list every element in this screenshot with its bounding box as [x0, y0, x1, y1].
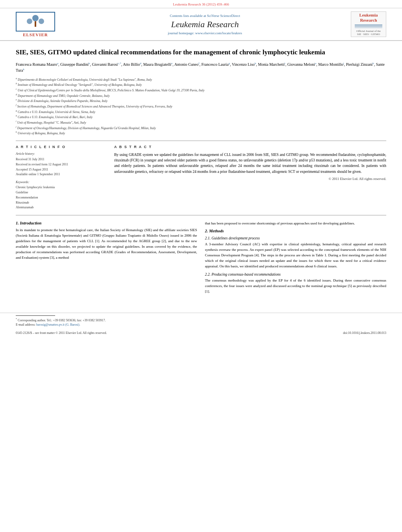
elsevier-logo: ELSEVIER	[12, 12, 59, 37]
elsevier-tree-icon	[24, 14, 47, 29]
keyword-5: Alemtuzumab	[16, 205, 106, 210]
email-label: E-mail address:	[16, 323, 35, 326]
body-right-col: that has been proposed to overcome short…	[205, 221, 387, 297]
section2-heading: 2. Methods	[205, 229, 387, 233]
footer: * Corresponding author. Tel.: +39 0382 5…	[0, 313, 402, 335]
authors: Francesca Romana Mauroa, Giuseppe Bandin…	[16, 61, 386, 74]
footnote-note: * Corresponding author. Tel.: +39 0382 5…	[16, 317, 386, 328]
citation-text: Leukemia Research 36 (2012) 459–466	[173, 2, 229, 6]
subsection21-heading: 2.1. Guidelines development process	[205, 236, 387, 240]
journal-logo-right: LeukemiaResearch Official Journal of the…	[351, 11, 390, 37]
received-date: Received 31 July 2011	[16, 157, 106, 162]
journal-homepage-link[interactable]: www.elsevier.com/locate/leukres	[195, 31, 242, 35]
main-content: SIE, SIES, GITMO updated clinical recomm…	[0, 41, 402, 305]
history-label: Article history:	[16, 152, 106, 156]
section1-text: In its mandate to promote the best hemat…	[16, 228, 197, 261]
elsevier-box	[16, 12, 55, 32]
article-info-abstract: A R T I C L E I N F O Article history: R…	[16, 145, 386, 210]
journal-logo-box: LeukemiaResearch Official Journal of the…	[351, 11, 386, 37]
subsection22-text: The consensus methodology was applied by…	[205, 278, 387, 295]
doi-text: doi:10.1016/j.leukres.2011.08.013	[343, 331, 386, 335]
journal-logo-lines	[355, 24, 382, 29]
section1-cont: that has been proposed to overcome short…	[205, 221, 387, 226]
elsevier-logo-area: ELSEVIER	[12, 12, 59, 37]
sciverse-text: Contents lists available at SciVerse Sci…	[59, 14, 351, 18]
abstract-text: By using GRADE system we updated the gui…	[114, 152, 386, 174]
journal-title: Leukemia Research	[59, 19, 351, 30]
svg-point-1	[27, 19, 32, 24]
keyword-1: Chronic lymphocytic leukemia	[16, 185, 106, 190]
page: Leukemia Research 36 (2012) 459–466 ELSE…	[0, 0, 402, 532]
issn-text: 0145-2126/$ – see front matter © 2011 El…	[16, 331, 107, 335]
section1-heading: 1. Introduction	[16, 221, 197, 225]
article-info-col: A R T I C L E I N F O Article history: R…	[16, 145, 106, 210]
subsection22-heading: 2.2. Producing consensus-based recommend…	[205, 272, 387, 276]
footnote-line	[16, 315, 55, 316]
affiliations: a Dipartimento di Biotecnologie Cellular…	[16, 77, 386, 136]
keyword-2: Guideline	[16, 190, 106, 195]
copyright: © 2011 Elsevier Ltd. All rights reserved…	[114, 177, 386, 181]
bottom-bar: 0145-2126/$ – see front matter © 2011 El…	[16, 331, 386, 335]
received-revised-date: Received in revised form 12 August 2011	[16, 162, 106, 167]
svg-rect-3	[35, 21, 36, 27]
svg-point-0	[32, 15, 39, 21]
accepted-date: Accepted 15 August 2011	[16, 167, 106, 172]
journal-homepage: journal homepage: www.elsevier.com/locat…	[59, 31, 351, 35]
body-left-col: 1. Introduction In its mandate to promot…	[16, 221, 197, 297]
article-title: SIE, SIES, GITMO updated clinical recomm…	[16, 48, 386, 57]
elsevier-text: ELSEVIER	[23, 32, 48, 37]
journal-header: ELSEVIER Contents lists available at Sci…	[0, 8, 402, 41]
abstract-label: A B S T R A C T	[114, 145, 386, 149]
available-date: Available online 1 September 2011	[16, 172, 106, 177]
keywords-label: Keywords:	[16, 180, 106, 184]
journal-logo-title: LeukemiaResearch	[359, 13, 378, 23]
journal-logo-subtitle: Official Journal of theSIE · SIES · GITM…	[356, 30, 381, 36]
keyword-4: Rituximab	[16, 200, 106, 206]
top-citation-bar: Leukemia Research 36 (2012) 459–466	[0, 0, 402, 8]
journal-header-center: Contents lists available at SciVerse Sci…	[59, 14, 351, 35]
divider-2	[16, 215, 386, 215]
body-content: 1. Introduction In its mandate to promot…	[16, 221, 386, 297]
svg-point-2	[39, 19, 44, 24]
article-info-label: A R T I C L E I N F O	[16, 145, 106, 149]
keyword-3: Recommendation	[16, 195, 106, 200]
sciverse-link[interactable]: SciVerse ScienceDirect	[207, 14, 240, 18]
subsection21-text: A 3-member Advisory Council (AC) with ex…	[205, 242, 387, 269]
abstract-col: A B S T R A C T By using GRADE system we…	[114, 145, 386, 210]
email: barosig@smatteo.pv.it (G. Barosi).	[36, 323, 80, 326]
divider-1	[16, 141, 386, 141]
